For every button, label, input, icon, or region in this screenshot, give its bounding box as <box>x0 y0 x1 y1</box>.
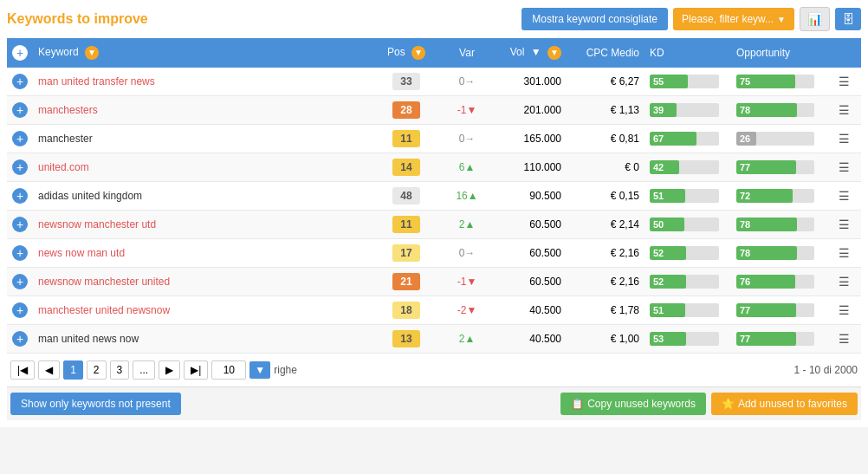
keyword-filter-icon[interactable]: ▼ <box>85 46 99 60</box>
keyword-link[interactable]: manchesters <box>38 104 98 116</box>
kd-bar: 39 <box>650 103 719 117</box>
row-actions-icon[interactable]: ☰ <box>839 246 850 260</box>
keyword-text: adidas united kingdom <box>38 190 142 202</box>
table-row: + newsnow manchester united 21 -1▼ 60.50… <box>7 268 861 296</box>
td-keyword: manchesters <box>33 96 376 125</box>
keyword-link[interactable]: united.com <box>38 161 89 173</box>
page-3-button[interactable]: 3 <box>110 360 130 380</box>
add-favorites-button[interactable]: ⭐ Add unused to favorites <box>711 393 858 415</box>
opportunity-bar: 78 <box>736 218 814 231</box>
opportunity-bar: 72 <box>736 189 814 203</box>
th-vol-label: Vol <box>510 46 525 58</box>
row-actions-icon[interactable]: ☰ <box>839 160 850 174</box>
td-vol: 165.000 <box>497 125 567 153</box>
database-button[interactable]: 🗄 <box>835 8 861 30</box>
td-vol: 110.000 <box>497 153 567 182</box>
rows-input[interactable] <box>211 360 246 380</box>
page-next-button[interactable]: ▶ <box>159 360 180 380</box>
page-2-button[interactable]: 2 <box>87 360 107 380</box>
td-opportunity: 77 <box>731 153 826 182</box>
row-actions-icon[interactable]: ☰ <box>839 189 850 203</box>
row-actions-icon[interactable]: ☰ <box>839 103 850 117</box>
th-kd: KD <box>645 38 731 68</box>
td-vol: 40.500 <box>497 296 567 325</box>
opportunity-label: 77 <box>740 303 750 317</box>
add-row-button[interactable]: + <box>12 102 28 118</box>
td-actions: ☰ <box>826 268 861 296</box>
add-row-button[interactable]: + <box>12 217 28 232</box>
td-vol: 60.500 <box>497 268 567 296</box>
mostra-keyword-button[interactable]: Mostra keyword consigliate <box>521 8 668 30</box>
vol-filter-icon[interactable]: ▼ <box>547 46 561 60</box>
row-actions-icon[interactable]: ☰ <box>839 332 850 346</box>
td-actions: ☰ <box>826 239 861 268</box>
add-row-button[interactable]: + <box>12 159 28 175</box>
row-actions-icon[interactable]: ☰ <box>839 303 850 317</box>
th-cpc-label: CPC Medio <box>586 47 639 59</box>
th-vol[interactable]: Vol ▼ ▼ <box>497 38 567 68</box>
page-prev-button[interactable]: ◀ <box>38 360 60 380</box>
td-var: -1▼ <box>437 268 497 296</box>
vol-sort-icon[interactable]: ▼ <box>531 46 541 58</box>
keyword-link[interactable]: news now man utd <box>38 247 125 259</box>
copy-unused-button[interactable]: 📋 Copy unused keywords <box>560 393 706 415</box>
kd-bar: 52 <box>650 275 719 289</box>
filter-label: Please, filter keyw... <box>682 13 774 25</box>
td-vol: 90.500 <box>497 182 567 211</box>
td-add: + <box>7 239 33 268</box>
add-all-button[interactable]: + <box>12 45 28 61</box>
kd-label: 55 <box>653 75 664 88</box>
td-var: 16▲ <box>437 182 497 211</box>
row-actions-icon[interactable]: ☰ <box>839 218 850 231</box>
keyword-link[interactable]: newsnow manchester united <box>38 276 170 288</box>
kd-bar: 53 <box>650 332 719 346</box>
filter-keyword-button[interactable]: Please, filter keyw... ▼ <box>673 8 794 30</box>
add-row-button[interactable]: + <box>12 131 28 146</box>
keyword-link[interactable]: newsnow manchester utd <box>38 218 156 231</box>
page-first-button[interactable]: |◀ <box>10 360 35 380</box>
add-row-button[interactable]: + <box>12 302 28 318</box>
page-last-button[interactable]: ▶| <box>184 360 208 380</box>
td-add: + <box>7 325 33 354</box>
table-row: + manchester 11 0→ 165.000 € 0,81 67 26 … <box>7 125 861 153</box>
td-opportunity: 77 <box>731 296 826 325</box>
rows-dropdown-button[interactable]: ▼ <box>249 361 270 379</box>
page-1-button[interactable]: 1 <box>63 360 83 380</box>
pos-badge: 11 <box>392 130 420 147</box>
td-keyword: manchester united newsnow <box>33 296 376 325</box>
table-row: + man united transfer news 33 0→ 301.000… <box>7 68 861 96</box>
pos-filter-icon[interactable]: ▼ <box>411 46 425 60</box>
td-keyword: united.com <box>33 153 376 182</box>
td-vol: 60.500 <box>497 211 567 239</box>
th-keyword[interactable]: Keyword ▼ <box>33 38 376 68</box>
kd-label: 42 <box>653 160 664 174</box>
add-row-button[interactable]: + <box>12 245 28 261</box>
td-vol: 301.000 <box>497 68 567 96</box>
td-var: 2▲ <box>437 211 497 239</box>
td-kd: 67 <box>645 125 731 153</box>
kd-label: 53 <box>653 332 664 346</box>
excel-icon: 📊 <box>807 12 822 26</box>
row-actions-icon[interactable]: ☰ <box>839 275 850 289</box>
copy-icon: 📋 <box>571 398 584 410</box>
excel-export-button[interactable]: 📊 <box>800 7 830 31</box>
add-row-button[interactable]: + <box>12 331 28 347</box>
opportunity-bar: 26 <box>736 132 814 146</box>
keyword-link[interactable]: man united transfer news <box>38 75 155 88</box>
row-actions-icon[interactable]: ☰ <box>839 132 850 146</box>
add-row-button[interactable]: + <box>12 188 28 204</box>
td-opportunity: 78 <box>731 96 826 125</box>
opportunity-label: 77 <box>740 160 750 174</box>
add-row-button[interactable]: + <box>12 274 28 289</box>
td-kd: 55 <box>645 68 731 96</box>
row-actions-icon[interactable]: ☰ <box>839 75 850 88</box>
th-pos[interactable]: Pos ▼ <box>376 38 437 68</box>
page-ellipsis-button[interactable]: ... <box>133 360 155 380</box>
th-var: Var <box>437 38 497 68</box>
add-row-button[interactable]: + <box>12 74 28 89</box>
keyword-link[interactable]: manchester united newsnow <box>38 304 170 316</box>
keyword-text: manchester <box>38 133 93 145</box>
show-only-button[interactable]: Show only keywords not present <box>10 393 181 415</box>
database-icon: 🗄 <box>842 12 854 26</box>
opportunity-label: 26 <box>740 132 750 146</box>
